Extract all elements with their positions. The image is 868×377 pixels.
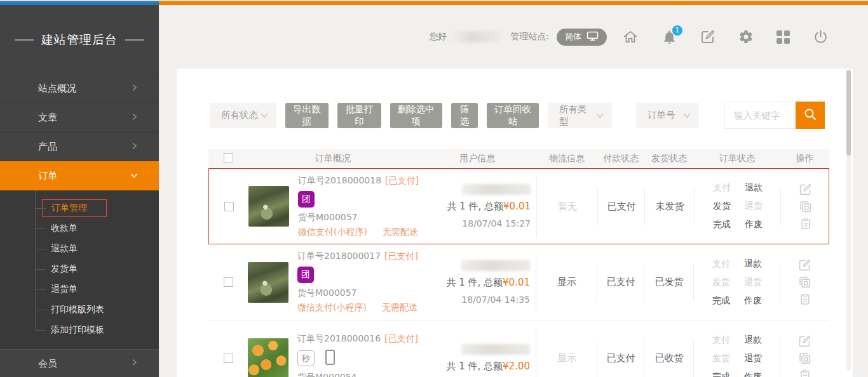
export-data-button[interactable]: 导出数据 — [285, 103, 329, 128]
delivery-method: 无需配送 — [383, 227, 418, 238]
table-header-row: 订单概况 用户信息 物流信息 付款状态 发货状态 订单状态 操作 — [208, 149, 829, 168]
ship-link[interactable]: 发货 — [712, 277, 730, 288]
power-icon[interactable] — [813, 29, 829, 45]
print-order-icon[interactable] — [798, 352, 811, 365]
grid-icon[interactable] — [776, 30, 790, 44]
search-input[interactable] — [724, 102, 796, 129]
col-header-actions: 操作 — [780, 153, 829, 164]
content-panel: 所有状态 导出数据 批量打印 删除选中项 筛选 订单回收站 所有类型 订单号 — [177, 69, 853, 377]
logistics-cell: 暂无 — [537, 169, 598, 244]
complete-link[interactable]: 完成 — [712, 371, 730, 377]
row-checkbox[interactable] — [224, 202, 234, 211]
row-checkbox[interactable] — [224, 354, 233, 363]
submenu-item-order-management[interactable]: 订单管理 — [0, 198, 159, 218]
shipping-status-cell: 已发货 — [644, 244, 694, 320]
submenu-item-label: 订单管理 — [42, 199, 107, 217]
row-checkbox-cell — [208, 321, 248, 377]
logistics-status: 显示 — [557, 276, 576, 288]
submenu-item-print-template-list[interactable]: 打印模版列表 — [0, 300, 159, 320]
order-recycle-bin-button[interactable]: 订单回收站 — [487, 103, 539, 128]
edit-order-icon[interactable] — [798, 334, 811, 348]
edit-icon[interactable] — [700, 29, 715, 44]
home-icon[interactable] — [622, 29, 639, 45]
payment-method: 微信支付(小程序) — [298, 227, 367, 238]
submenu-item-refund-orders[interactable]: 退款单 — [0, 239, 159, 259]
complete-link[interactable]: 完成 — [713, 219, 731, 230]
row-checkbox[interactable] — [224, 277, 233, 287]
complete-link[interactable]: 完成 — [712, 295, 730, 307]
clipboard-icon[interactable] — [799, 369, 811, 377]
refund-link[interactable]: 退款 — [745, 182, 763, 194]
order-overview-cell: 订单号2018000018[已支付] 团 货号M000057 微信支付(小程序)… — [248, 169, 419, 244]
gear-icon[interactable] — [738, 29, 754, 44]
void-link[interactable]: 作废 — [744, 295, 762, 307]
search-field-value: 订单号 — [648, 109, 675, 121]
batch-print-button[interactable]: 批量打印 — [337, 103, 381, 128]
paid-tag: [已支付] — [384, 333, 418, 343]
return-link[interactable]: 退货 — [745, 201, 763, 212]
order-amount: ¥2.00 — [503, 360, 530, 372]
edit-order-icon[interactable] — [798, 258, 811, 272]
scrollbar-thumb[interactable] — [846, 70, 851, 155]
refund-link[interactable]: 退款 — [744, 334, 762, 346]
order-number: 订单号2018000017 — [297, 251, 381, 261]
payment-status: 已支付 — [607, 201, 636, 213]
search-field-dropdown[interactable]: 订单号 — [636, 103, 699, 128]
col-header-shipping-status: 发货状态 — [644, 153, 694, 164]
refund-link[interactable]: 退款 — [744, 258, 762, 270]
sidebar-item-label: 会员 — [38, 358, 57, 370]
edit-order-icon[interactable] — [799, 183, 812, 196]
order-datetime: 18/07/04 15:27 — [462, 218, 531, 228]
submenu-item-add-print-template[interactable]: 添加打印模板 — [0, 320, 159, 340]
filter-toolbar: 所有状态 导出数据 批量打印 删除选中项 筛选 订单回收站 所有类型 订单号 — [210, 102, 825, 129]
redacted-username — [461, 260, 530, 271]
order-number: 订单号2018000016 — [297, 333, 381, 343]
scrollbar-track[interactable] — [846, 70, 851, 371]
chevron-right-icon — [130, 358, 139, 369]
type-filter-dropdown[interactable]: 所有类型 — [548, 103, 612, 128]
order-amount: ¥0.01 — [503, 201, 531, 212]
filter-button[interactable]: 筛选 — [451, 103, 478, 128]
payment-status-cell: 已支付 — [598, 169, 645, 244]
sidebar-item-site-overview[interactable]: 站点概况 — [0, 74, 159, 103]
user-info-cell: 共 1 件, 总额¥2.00 — [418, 321, 536, 377]
return-link[interactable]: 退货 — [744, 277, 762, 288]
submenu-item-shipping-orders[interactable]: 发货单 — [0, 259, 159, 279]
payment-method: 微信支付(小程序) — [297, 302, 367, 314]
product-image — [248, 262, 288, 303]
submenu-item-label: 发货单 — [51, 263, 78, 275]
pay-link[interactable]: 支付 — [712, 334, 730, 346]
clipboard-icon[interactable] — [799, 217, 812, 230]
submenu-item-receipts[interactable]: 收款单 — [0, 218, 159, 239]
pay-link[interactable]: 支付 — [712, 258, 730, 270]
bell-icon[interactable]: 1 — [661, 29, 677, 45]
paid-tag: [已支付] — [385, 175, 419, 185]
sidebar-item-products[interactable]: 产品 — [0, 132, 159, 161]
select-all-checkbox[interactable] — [224, 153, 233, 162]
void-link[interactable]: 作废 — [744, 371, 762, 377]
clipboard-icon[interactable] — [799, 293, 811, 306]
ship-link[interactable]: 发货 — [712, 353, 730, 364]
sidebar-item-label: 订单 — [38, 170, 57, 182]
delivery-method: 无需配送 — [382, 302, 417, 314]
return-link[interactable]: 退货 — [744, 353, 762, 364]
sidebar-item-label: 产品 — [38, 141, 57, 153]
orders-submenu: 订单管理 收款单 退款单 发货单 退货单 打印模版列表 添加打印 — [0, 190, 159, 349]
status-filter-dropdown[interactable]: 所有状态 — [210, 103, 276, 128]
submenu-item-return-orders[interactable]: 退货单 — [0, 279, 159, 300]
language-pill[interactable]: 简体 — [557, 29, 607, 46]
void-link[interactable]: 作废 — [745, 219, 763, 230]
order-datetime: 18/07/04 14:35 — [461, 294, 530, 305]
order-row: 订单号2018000016[已支付] 秒 货号M000054 共 1 件, 总额… — [208, 321, 829, 377]
submenu-item-label: 收款单 — [51, 223, 78, 234]
pay-link[interactable]: 支付 — [713, 182, 731, 194]
print-order-icon[interactable] — [798, 275, 811, 289]
delete-selected-button[interactable]: 删除选中项 — [390, 103, 442, 128]
ship-link[interactable]: 发货 — [713, 201, 731, 212]
sidebar-item-members[interactable]: 会员 — [0, 349, 159, 377]
col-header-order-overview: 订单概况 — [248, 153, 418, 164]
search-button[interactable] — [796, 102, 825, 129]
sidebar-item-orders[interactable]: 订单 — [0, 161, 159, 190]
print-order-icon[interactable] — [799, 200, 812, 213]
sidebar-item-articles[interactable]: 文章 — [0, 103, 159, 132]
